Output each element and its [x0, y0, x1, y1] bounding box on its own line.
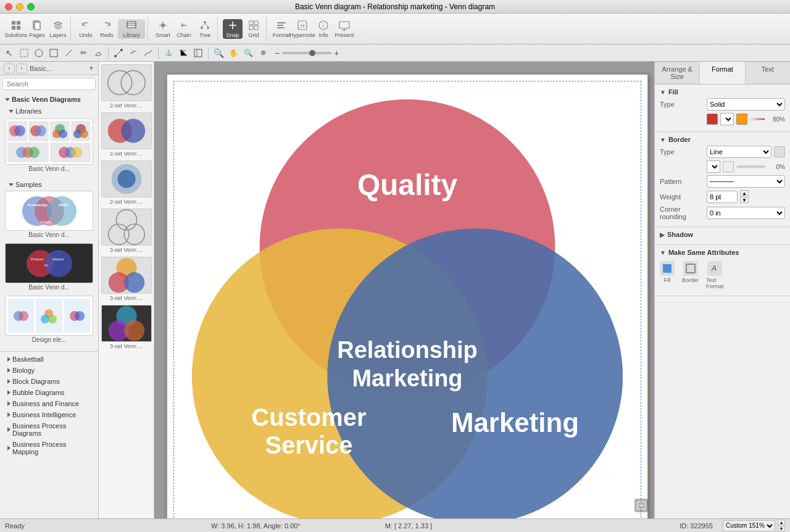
fill-color-swatch-orange[interactable]: [736, 114, 747, 125]
make-same-fill[interactable]: Fill: [660, 261, 675, 289]
smart-button[interactable]: Smart: [153, 19, 173, 39]
connect-tool[interactable]: [112, 46, 125, 60]
sidebar-item-bubble-diagrams[interactable]: Bubble Diagrams: [0, 387, 98, 398]
canvas-area[interactable]: Quality Customer Service Marketing Relat…: [154, 62, 654, 518]
svg-rect-5: [35, 22, 40, 30]
venn-diagram[interactable]: Quality Customer Service Marketing Relat…: [167, 75, 647, 518]
sidebar-item-biology[interactable]: Biology: [0, 365, 98, 376]
zoom-thumb[interactable]: [309, 50, 315, 56]
make-same-text-format[interactable]: A TextFormat: [706, 261, 724, 289]
sample-2[interactable]: Product Market Fit Basic Venn d...: [0, 242, 98, 294]
crop-tool[interactable]: [177, 46, 190, 60]
border-type-select[interactable]: Line None: [707, 146, 771, 158]
thumb-2[interactable]: 2-set Venn ...: [101, 112, 151, 157]
connector-type[interactable]: [191, 46, 205, 60]
thumb-3[interactable]: 2-set Venn ...: [101, 160, 151, 205]
chain-button[interactable]: Chain: [174, 19, 194, 39]
canvas[interactable]: Quality Customer Service Marketing Relat…: [167, 74, 648, 518]
rectangle-tool[interactable]: [47, 46, 60, 60]
border-weight-input[interactable]: [707, 191, 738, 203]
info-button[interactable]: i Info: [314, 19, 333, 39]
zoom-slider[interactable]: [282, 52, 331, 54]
border-style-select[interactable]: [707, 160, 720, 173]
zoom-minus[interactable]: −: [275, 48, 280, 58]
present-button[interactable]: Present: [335, 19, 354, 39]
fit-tool[interactable]: ⊕: [256, 46, 270, 60]
nav-forward[interactable]: ›: [16, 64, 27, 73]
make-same-border[interactable]: Border: [682, 261, 699, 289]
maximize-button[interactable]: [27, 3, 35, 10]
minimize-button[interactable]: [16, 3, 23, 10]
breadcrumb-nav: ‹ ›: [4, 64, 27, 73]
format-tab[interactable]: Format: [700, 62, 745, 84]
close-button[interactable]: [5, 3, 12, 10]
hypernote-button[interactable]: H Hypernote: [293, 19, 312, 39]
thumb-4[interactable]: 3-set Venn ...: [101, 209, 151, 253]
sidebar-item-block-diagrams[interactable]: Block Diagrams: [0, 376, 98, 387]
basic-venn-header[interactable]: Basic Venn Diagrams: [0, 94, 98, 105]
sidebar-item-business-process-diagrams[interactable]: Business Process Diagrams: [0, 420, 98, 439]
snap-button[interactable]: Snap: [223, 19, 243, 39]
thumb-5[interactable]: 3-set Venn ...: [101, 257, 151, 301]
zoom-out[interactable]: 🔍: [212, 46, 225, 60]
text-tab[interactable]: Text: [746, 62, 790, 84]
sidebar-item-business-intelligence[interactable]: Business Intelligence: [0, 409, 98, 420]
sample-3[interactable]: Design ele...: [0, 294, 98, 347]
thumb-1[interactable]: 2-set Venn ...: [101, 64, 151, 109]
solutions-button[interactable]: Solutions: [6, 19, 26, 39]
sidebar-item-basketball[interactable]: Basketball: [0, 354, 98, 365]
corner-rounding-select[interactable]: 0 in 0.1 in 0.25 in: [707, 207, 785, 219]
libraries-header[interactable]: Libraries: [0, 106, 98, 116]
fill-color-dropdown[interactable]: [720, 113, 734, 125]
thumb-6[interactable]: 3-set Venn ...: [101, 305, 151, 349]
path-tool[interactable]: [141, 46, 155, 60]
format-button[interactable]: Format: [272, 19, 291, 39]
sample-1[interactable]: Knowledge Skills Abilities Basic Venn d.…: [0, 189, 98, 242]
pages-button[interactable]: Pages: [27, 19, 47, 39]
undo-button[interactable]: Undo: [76, 19, 96, 39]
search-input[interactable]: [2, 78, 96, 90]
sidebar-item-business-finance[interactable]: Business and Finance: [0, 398, 98, 409]
library-button[interactable]: Library: [118, 19, 145, 39]
fill-color-swatch-red[interactable]: [707, 114, 718, 125]
zoom-select[interactable]: Custom 151% 50% 100% 150% 200%: [723, 520, 775, 531]
shadow-header[interactable]: ▶ Shadow: [660, 231, 785, 238]
weight-down[interactable]: ▼: [740, 197, 749, 203]
line-tool[interactable]: [62, 46, 75, 60]
border-color-swatch[interactable]: [723, 161, 734, 172]
zoom-in-tool[interactable]: 🔍: [241, 46, 255, 60]
zoom-step-down[interactable]: ▼: [778, 526, 785, 531]
samples-header[interactable]: Samples: [0, 180, 98, 189]
paint-tool[interactable]: [91, 46, 105, 60]
zoom-stepper[interactable]: ▲ ▼: [778, 520, 785, 531]
grid-button[interactable]: Grid: [244, 19, 264, 39]
border-pattern-select[interactable]: ───── - - - - ······: [707, 175, 785, 188]
sidebar-item-business-process-mapping[interactable]: Business Process Mapping: [0, 439, 98, 457]
anchor-tool[interactable]: ⚓: [162, 46, 175, 60]
arrange-tab[interactable]: Arrange & Size: [655, 62, 700, 84]
fill-header[interactable]: ▼ Fill: [660, 88, 785, 96]
tree-button[interactable]: Tree: [195, 19, 215, 39]
rect-select-tool[interactable]: [17, 46, 31, 60]
make-same-header[interactable]: ▼ Make Same Attributes: [660, 249, 785, 256]
weight-up[interactable]: ▲: [740, 190, 749, 196]
fill-type-select[interactable]: Solid Linear Radial None: [707, 98, 785, 110]
pen-tool[interactable]: ✏: [77, 46, 90, 60]
hand-tool[interactable]: ✋: [227, 46, 240, 60]
smart-connector[interactable]: [127, 46, 140, 60]
nav-arrow: [7, 379, 10, 384]
redo-button[interactable]: Redo: [97, 19, 117, 39]
fill-opacity-slider[interactable]: [750, 118, 765, 120]
border-color-picker[interactable]: [774, 146, 785, 157]
zoom-plus[interactable]: +: [334, 48, 339, 58]
layers-button[interactable]: Layers: [48, 19, 68, 39]
zoom-indicator[interactable]: [634, 499, 648, 512]
library-thumb[interactable]: [5, 118, 93, 165]
nav-back[interactable]: ‹: [4, 64, 15, 73]
select-tool[interactable]: ↖: [2, 46, 16, 60]
zoom-step-up[interactable]: ▲: [778, 520, 785, 525]
border-header[interactable]: ▼ Border: [660, 136, 785, 143]
border-opacity-slider[interactable]: [736, 165, 765, 168]
weight-stepper[interactable]: ▲ ▼: [740, 190, 749, 203]
circle-tool[interactable]: [32, 46, 46, 60]
